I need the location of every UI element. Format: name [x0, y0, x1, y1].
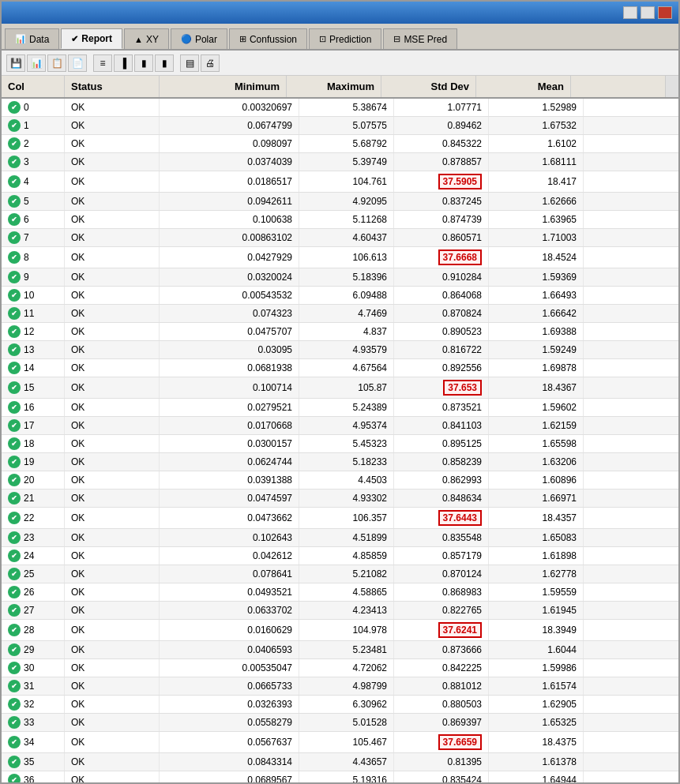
- header-spacer: [571, 76, 666, 97]
- cell-minimum-21: 0.0474597: [160, 490, 299, 507]
- status-icon-22: ✔: [8, 512, 21, 524]
- toolbar-grid-btn[interactable]: ▤: [180, 54, 199, 72]
- toolbar-block2-btn[interactable]: ▮: [155, 54, 174, 72]
- toolbar-copy-btn[interactable]: 📋: [47, 54, 66, 72]
- cell-minimum-15: 0.100714: [160, 377, 299, 398]
- cell-status-8: OK: [65, 247, 160, 268]
- status-icon-1: ✔: [8, 119, 21, 132]
- cell-stddev-14: 0.892556: [394, 359, 489, 377]
- col-number-1: 1: [24, 120, 29, 131]
- cell-minimum-26: 0.0493521: [160, 583, 299, 601]
- col-number-31: 31: [24, 681, 34, 692]
- col-number-13: 13: [24, 344, 34, 355]
- tab-confussion[interactable]: ⊞ Confussion: [229, 28, 307, 49]
- col-number-21: 21: [24, 493, 34, 504]
- cell-maximum-4: 104.761: [299, 171, 394, 192]
- toolbar-chart-btn[interactable]: 📊: [27, 54, 46, 72]
- table-row: ✔19OK0.06247445.182330.8582391.63206: [2, 453, 678, 471]
- toolbar-bars-btn[interactable]: ▐: [114, 54, 133, 72]
- tab-report[interactable]: ✔ Report: [61, 28, 122, 49]
- cell-stddev-12: 0.890523: [394, 323, 489, 340]
- table-row: ✔9OK0.03200245.183960.9102841.59369: [2, 268, 678, 287]
- xy-tab-icon: ▲: [134, 35, 143, 44]
- minimize-button[interactable]: [623, 6, 637, 19]
- cell-stddev-18: 0.895125: [394, 435, 489, 452]
- col-number-30: 30: [24, 662, 34, 673]
- status-icon-17: ✔: [8, 419, 21, 432]
- cell-maximum-17: 4.95374: [299, 417, 394, 434]
- status-icon-21: ✔: [8, 492, 21, 505]
- cell-minimum-22: 0.0473662: [160, 508, 299, 528]
- cell-minimum-35: 0.0843314: [160, 753, 299, 771]
- toolbar-lines-btn[interactable]: ≡: [93, 54, 112, 72]
- tab-data[interactable]: 📊 Data: [5, 28, 59, 49]
- cell-col-18: ✔18: [2, 435, 65, 452]
- cell-mean-25: 1.62778: [489, 565, 584, 583]
- table-row: ✔10OK0.005435326.094880.8640681.66493: [2, 287, 678, 305]
- cell-maximum-15: 105.87: [299, 377, 394, 398]
- tab-polar[interactable]: 🔵 Polar: [171, 28, 227, 49]
- cell-minimum-5: 0.0942611: [160, 193, 299, 210]
- cell-status-2: OK: [65, 135, 160, 152]
- cell-mean-16: 1.59602: [489, 399, 584, 416]
- col-number-0: 0: [24, 102, 29, 113]
- tab-prediction[interactable]: ⊡ Prediction: [309, 28, 381, 49]
- cell-status-30: OK: [65, 659, 160, 677]
- table-row: ✔3OK0.03740395.397490.8788571.68111: [2, 153, 678, 171]
- cell-minimum-18: 0.0300157: [160, 435, 299, 452]
- cell-minimum-9: 0.0320024: [160, 268, 299, 286]
- cell-col-3: ✔3: [2, 153, 65, 171]
- cell-maximum-18: 5.45323: [299, 435, 394, 452]
- table-header: Col Status Minimum Maximum Std Dev Mean: [2, 76, 678, 99]
- status-icon-14: ✔: [8, 362, 21, 374]
- cell-stddev-9: 0.910284: [394, 268, 489, 286]
- cell-status-35: OK: [65, 753, 160, 771]
- cell-maximum-19: 5.18233: [299, 453, 394, 471]
- cell-minimum-4: 0.0186517: [160, 171, 299, 192]
- cell-col-4: ✔4: [2, 171, 65, 192]
- col-number-22: 22: [24, 512, 34, 523]
- cell-maximum-1: 5.07575: [299, 117, 394, 134]
- status-icon-29: ✔: [8, 643, 21, 656]
- toolbar-print-btn[interactable]: 🖨: [201, 54, 220, 72]
- status-icon-31: ✔: [8, 680, 21, 692]
- cell-col-10: ✔10: [2, 287, 65, 304]
- cell-stddev-30: 0.842225: [394, 659, 489, 677]
- cell-maximum-32: 6.30962: [299, 696, 394, 713]
- cell-stddev-0: 1.07771: [394, 99, 489, 116]
- toolbar-save-btn[interactable]: 💾: [6, 54, 25, 72]
- cell-maximum-31: 4.98799: [299, 677, 394, 695]
- cell-mean-19: 1.63206: [489, 453, 584, 471]
- cell-status-26: OK: [65, 583, 160, 601]
- col-number-23: 23: [24, 532, 34, 543]
- col-number-36: 36: [24, 775, 34, 782]
- toolbar: 💾 📊 📋 📄 ≡ ▐ ▮ ▮ ▤ 🖨: [2, 51, 678, 76]
- cell-stddev-5: 0.837245: [394, 193, 489, 210]
- cell-col-30: ✔30: [2, 659, 65, 677]
- cell-mean-3: 1.68111: [489, 153, 584, 171]
- cell-minimum-13: 0.03095: [160, 341, 299, 358]
- close-button[interactable]: [658, 6, 672, 19]
- tab-mse-pred[interactable]: ⊟ MSE Pred: [383, 28, 457, 49]
- status-icon-35: ✔: [8, 756, 21, 768]
- cell-maximum-27: 4.23413: [299, 602, 394, 619]
- cell-stddev-13: 0.816722: [394, 341, 489, 358]
- col-number-32: 32: [24, 699, 34, 710]
- cell-col-36: ✔36: [2, 771, 65, 782]
- toolbar-block1-btn[interactable]: ▮: [134, 54, 153, 72]
- table-body[interactable]: ✔0OK0.003206975.386741.077711.52989✔1OK0…: [2, 99, 678, 782]
- col-number-3: 3: [24, 156, 29, 167]
- cell-status-9: OK: [65, 268, 160, 286]
- tab-xy[interactable]: ▲ XY: [124, 28, 169, 49]
- col-number-19: 19: [24, 456, 34, 467]
- cell-mean-34: 18.4375: [489, 732, 584, 752]
- main-window: 📊 Data ✔ Report ▲ XY 🔵 Polar ⊞ Confussio…: [0, 0, 680, 784]
- cell-col-24: ✔24: [2, 547, 65, 565]
- maximize-button[interactable]: [641, 6, 655, 19]
- toolbar-doc-btn[interactable]: 📄: [68, 54, 87, 72]
- cell-mean-18: 1.65598: [489, 435, 584, 452]
- cell-maximum-24: 4.85859: [299, 547, 394, 565]
- cell-col-5: ✔5: [2, 193, 65, 210]
- cell-mean-29: 1.6044: [489, 641, 584, 658]
- cell-status-10: OK: [65, 287, 160, 304]
